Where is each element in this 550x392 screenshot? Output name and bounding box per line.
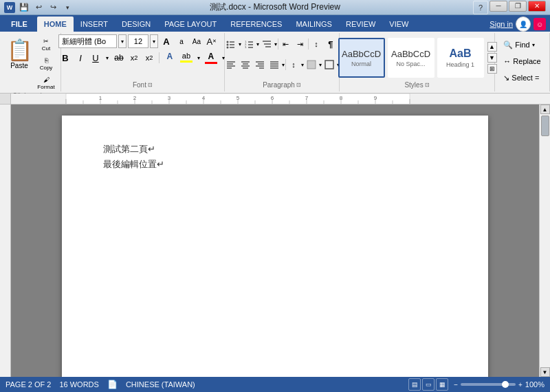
indent-dec-btn[interactable]: ⇤ [279, 37, 293, 51]
text-effect-btn[interactable]: A [162, 51, 177, 65]
line-spacing-dropdown[interactable]: ▾ [301, 62, 304, 68]
highlight-dropdown[interactable]: ▾ [195, 51, 202, 65]
copy-button[interactable]: ⎘ Copy [36, 55, 56, 73]
strikethrough-btn[interactable]: ab [112, 51, 126, 65]
save-quick-btn[interactable]: 💾 [18, 1, 30, 14]
paragraph-expand-icon[interactable]: ⊡ [296, 82, 301, 88]
maximize-btn[interactable]: ❐ [509, 1, 527, 12]
underline-dropdown[interactable]: ▾ [104, 51, 111, 65]
view-reading-btn[interactable]: ▭ [422, 378, 434, 391]
zoom-slider[interactable] [461, 383, 516, 386]
bold-btn[interactable]: B [58, 51, 72, 65]
find-btn[interactable]: 🔍 Find ▾ [499, 37, 538, 52]
indent-inc-btn[interactable]: ⇥ [294, 37, 307, 51]
font-shrink-btn[interactable]: a [175, 34, 188, 48]
vertical-ruler [0, 105, 11, 377]
doc-area: 測試第二頁↵ 最後編輯位置↵ ▲ ▼ [0, 105, 550, 377]
bullets-dropdown[interactable]: ▾ [239, 41, 241, 47]
style-normal[interactable]: AaBbCcD Normal [338, 38, 385, 78]
para-row2: ▾ ↕ ▾ ▾ ▾ [224, 55, 340, 74]
zoom-out-btn[interactable]: − [454, 381, 458, 389]
underline-btn[interactable]: U [89, 51, 102, 65]
select-btn[interactable]: ↘ Select = [499, 70, 543, 85]
scroll-up-btn[interactable]: ▲ [540, 105, 550, 114]
format-painter-button[interactable]: 🖌 Format [36, 74, 56, 92]
scroll-thumb[interactable] [541, 116, 549, 136]
font-grow-btn[interactable]: A [160, 34, 173, 48]
multilevel-dropdown[interactable]: ▾ [274, 41, 277, 47]
shading-btn[interactable] [305, 58, 318, 72]
numbered-btn[interactable]: 1.2.3. [242, 37, 256, 51]
find-label: Find [515, 41, 529, 49]
signin-area: Sign in 👤 ☺ [490, 17, 550, 32]
styles-list: AaBbCcD Normal AaBbCcD No Spac... AaB He… [338, 37, 485, 78]
align-center-btn[interactable] [239, 58, 252, 72]
tab-mailings[interactable]: MAILINGS [289, 17, 339, 32]
signin-label[interactable]: Sign in [490, 20, 513, 28]
status-bar: PAGE 2 OF 2 16 WORDS 📄 CHINESE (TAIWAN) … [0, 377, 550, 392]
font-name-dropdown[interactable]: ▾ [118, 34, 126, 48]
tab-home[interactable]: HOME [37, 17, 74, 32]
help-btn[interactable]: ? [473, 1, 488, 14]
view-buttons: ▤ ▭ ▦ [408, 378, 448, 391]
highlight-btn[interactable]: ab [179, 51, 194, 65]
tab-page-layout[interactable]: PAGE LAYOUT [157, 17, 223, 32]
style-heading1[interactable]: AaB Heading 1 [437, 38, 484, 78]
font-size-dropdown[interactable]: ▾ [150, 34, 158, 48]
user-avatar[interactable]: 👤 [516, 17, 531, 32]
view-print-btn[interactable]: ▤ [408, 378, 421, 391]
zoom-slider-thumb[interactable] [502, 381, 509, 388]
justify-btn[interactable] [267, 58, 281, 72]
sort-btn[interactable]: ↕ [309, 37, 323, 51]
clipboard-extras: ✂ Cut ⎘ Copy 🖌 Format [36, 36, 56, 92]
font-size-input[interactable] [128, 34, 148, 48]
align-left-icon [226, 60, 236, 69]
document-scroll-area[interactable]: 測試第二頁↵ 最後編輯位置↵ [11, 105, 539, 377]
paste-button[interactable]: 📋 Paste [4, 34, 34, 74]
multilevel-btn[interactable] [260, 37, 274, 51]
style-no-spacing[interactable]: AaBbCcD No Spac... [388, 38, 434, 78]
customize-quick-btn[interactable]: ▾ [61, 1, 74, 14]
clear-format-btn[interactable]: A✕ [205, 34, 219, 48]
bullets-btn[interactable] [224, 37, 238, 51]
numbered-dropdown[interactable]: ▾ [256, 41, 259, 47]
tab-insert[interactable]: INSERT [74, 17, 115, 32]
undo-quick-btn[interactable]: ↩ [32, 1, 45, 14]
language-icon: 📄 [107, 380, 118, 389]
ruler-svg: 12 34 56 78 9 [11, 94, 550, 105]
replace-label: Replace [513, 57, 540, 65]
align-left-btn[interactable] [224, 58, 238, 72]
align-right-btn[interactable] [253, 58, 267, 72]
font-expand-icon[interactable]: ⊡ [148, 82, 153, 88]
replace-btn[interactable]: ↔ Replace [499, 54, 544, 69]
scroll-down-btn[interactable]: ▼ [540, 367, 550, 377]
justify-icon [270, 60, 279, 69]
zoom-in-btn[interactable]: + [518, 381, 522, 389]
tab-view[interactable]: VIEW [382, 17, 415, 32]
vertical-scrollbar: ▲ ▼ [539, 105, 550, 377]
feedback-btn[interactable]: ☺ [534, 18, 546, 30]
shading-dropdown[interactable]: ▾ [319, 62, 322, 68]
tab-review[interactable]: REVIEW [339, 17, 382, 32]
font-name-input[interactable] [58, 34, 117, 48]
styles-expand-icon[interactable]: ⊡ [425, 82, 430, 88]
tab-design[interactable]: DESIGN [115, 17, 157, 32]
cut-button[interactable]: ✂ Cut [36, 36, 56, 54]
view-web-btn[interactable]: ▦ [436, 378, 448, 391]
minimize-btn[interactable]: ─ [490, 1, 507, 12]
font-color-btn[interactable]: A [204, 51, 219, 65]
show-marks-btn[interactable]: ¶ [324, 37, 338, 51]
tab-references[interactable]: REFERENCES [223, 17, 289, 32]
justify-dropdown[interactable]: ▾ [282, 62, 285, 68]
change-case-btn[interactable]: Aa [190, 34, 204, 48]
borders-btn[interactable] [322, 58, 336, 72]
redo-quick-btn[interactable]: ↪ [47, 1, 59, 14]
superscript-btn[interactable]: x2 [142, 51, 156, 65]
italic-btn[interactable]: I [74, 51, 87, 65]
para-divider1 [278, 39, 278, 50]
close-btn[interactable]: ✕ [528, 1, 546, 12]
line-spacing-btn[interactable]: ↕ [287, 58, 300, 72]
tab-file[interactable]: FILE [3, 17, 36, 32]
style-no-spacing-name: No Spac... [397, 61, 426, 67]
subscript-btn[interactable]: x2 [127, 51, 141, 65]
